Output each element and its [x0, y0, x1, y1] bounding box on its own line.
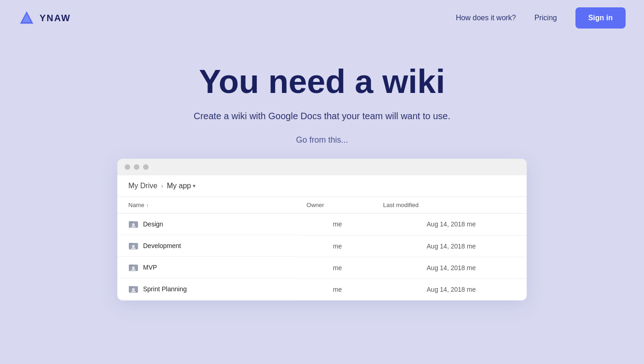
breadcrumb-root[interactable]: My Drive	[128, 182, 157, 190]
modified-cell: Aug 14, 2018 me	[376, 257, 527, 278]
file-name: MVP	[143, 264, 157, 271]
nav-links: How does it work? Pricing Sign in	[456, 7, 626, 29]
hero-from-label: Go from this...	[9, 135, 635, 145]
breadcrumb-separator-icon: ›	[161, 182, 163, 190]
owner-cell: me	[299, 278, 375, 300]
window-dot-2	[134, 164, 139, 170]
breadcrumb-current-label: My app	[167, 182, 191, 190]
breadcrumb: My Drive › My app ▾	[117, 175, 527, 197]
breadcrumb-current[interactable]: My app ▾	[167, 182, 196, 190]
window-dot-1	[125, 164, 130, 170]
folder-icon	[128, 219, 138, 229]
table-row[interactable]: MVPmeAug 14, 2018 me	[117, 257, 527, 278]
folder-icon	[128, 262, 138, 272]
hero-section: You need a wiki Create a wiki with Googl…	[0, 36, 644, 314]
table-row[interactable]: DevelopmentmeAug 14, 2018 me	[117, 235, 527, 257]
table-row[interactable]: Sprint PlanningmeAug 14, 2018 me	[117, 278, 527, 300]
owner-cell: me	[299, 214, 375, 236]
col-modified-header: Last modified	[376, 197, 527, 214]
table-body: DesignmeAug 14, 2018 meDevelopmentmeAug …	[117, 214, 527, 300]
chevron-down-icon: ▾	[193, 183, 196, 189]
folder-icon	[128, 241, 138, 251]
svg-point-5	[132, 245, 135, 248]
sort-arrow-icon: ↑	[146, 202, 149, 208]
pricing-link[interactable]: Pricing	[535, 14, 557, 22]
name-cell: MVP	[117, 257, 299, 278]
file-name: Sprint Planning	[143, 285, 187, 293]
how-it-works-link[interactable]: How does it work?	[456, 14, 516, 22]
modified-cell: Aug 14, 2018 me	[376, 278, 527, 300]
col-owner-header: Owner	[299, 197, 375, 214]
svg-point-7	[132, 266, 135, 269]
logo-icon	[18, 10, 35, 26]
svg-point-3	[132, 223, 135, 226]
sign-in-button[interactable]: Sign in	[575, 7, 626, 29]
mock-window: My Drive › My app ▾ Name ↑ Owner Las	[117, 159, 527, 300]
modified-cell: Aug 14, 2018 me	[376, 214, 527, 236]
name-cell: Sprint Planning	[117, 278, 299, 300]
modified-cell: Aug 14, 2018 me	[376, 235, 527, 257]
window-dot-3	[143, 164, 149, 170]
file-table: Name ↑ Owner Last modified DesignmeAug 1…	[117, 197, 527, 300]
hero-subtitle: Create a wiki with Google Docs that your…	[9, 111, 635, 121]
owner-cell: me	[299, 257, 375, 278]
window-titlebar	[117, 159, 527, 175]
name-cell: Development	[117, 235, 299, 257]
logo-link[interactable]: YNAW	[18, 10, 71, 26]
logo-text: YNAW	[40, 13, 71, 23]
folder-icon	[128, 284, 138, 294]
name-cell: Design	[117, 214, 299, 235]
file-name: Design	[143, 220, 163, 228]
svg-point-9	[132, 288, 135, 291]
navbar: YNAW How does it work? Pricing Sign in	[0, 0, 644, 36]
col-name-header: Name ↑	[117, 197, 299, 214]
table-row[interactable]: DesignmeAug 14, 2018 me	[117, 214, 527, 236]
owner-cell: me	[299, 235, 375, 257]
hero-title: You need a wiki	[9, 64, 635, 100]
file-name: Development	[143, 242, 181, 249]
table-header: Name ↑ Owner Last modified	[117, 197, 527, 214]
